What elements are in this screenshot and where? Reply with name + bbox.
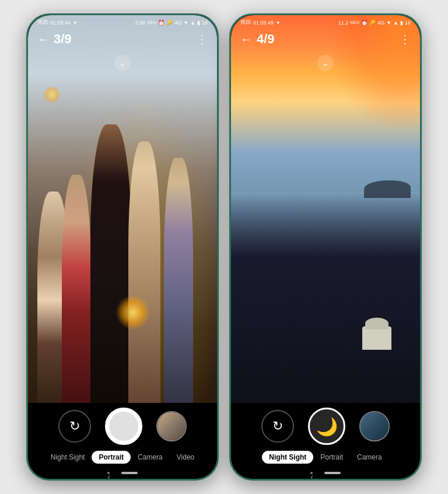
dropdown-chevron-2[interactable]: ⌄: [317, 55, 334, 71]
chevron-down-icon-2: ⌄: [322, 58, 329, 68]
phone-1: 周四 01:05:44 ✦ 3.86 KB/S ⏰ 🔑 4G ▼ ▲ ▮ 16: [26, 13, 219, 481]
phone-1-bottom-controls: ↻ Night Sight Portrait Camera Video: [28, 403, 217, 479]
night-sight-shutter-button[interactable]: 🌙: [308, 408, 345, 445]
mode-buttons-2: ↻ 🌙: [261, 408, 390, 445]
top-bar-left: ← 3/9: [37, 32, 72, 47]
nav-back[interactable]: ‹: [107, 472, 110, 474]
gallery-thumbnail-button[interactable]: [156, 411, 187, 441]
flip-icon-2: ↻: [272, 419, 283, 434]
page-counter: 3/9: [54, 32, 72, 47]
moon-icon: 🌙: [316, 416, 338, 437]
photo-1-image: [28, 15, 217, 409]
gallery-thumbnail-button-2[interactable]: [359, 411, 390, 441]
mode-labels-1: Night Sight Portrait Camera Video: [28, 451, 217, 464]
photo-2-area: [231, 15, 420, 409]
phone-1-top-bar: ← 3/9 ⋮: [28, 15, 217, 51]
phone-2-bottom-controls: ↻ 🌙 Night Sight Portrait Camera: [231, 403, 420, 479]
white-building: [362, 326, 391, 350]
mode-video[interactable]: Video: [170, 451, 201, 464]
more-menu-button-2[interactable]: ⋮: [399, 32, 411, 46]
phone-2-top-bar: ← 4/9 ⋮: [231, 15, 420, 51]
mode-night-sight[interactable]: Night Sight: [44, 451, 92, 464]
mode-portrait-2[interactable]: Portrait: [313, 451, 350, 464]
back-button[interactable]: ←: [37, 33, 49, 46]
top-bar-left-2: ← 4/9: [240, 32, 275, 47]
nav-home-2[interactable]: [324, 472, 341, 474]
gallery-thumbnail-image-2: [360, 412, 388, 440]
dropdown-chevron-1[interactable]: ⌄: [114, 55, 131, 71]
page-counter-2: 4/9: [257, 32, 275, 47]
person-3-center: [90, 124, 131, 409]
mode-portrait[interactable]: Portrait: [92, 451, 131, 464]
nav-bar-2: ‹: [310, 472, 341, 474]
nav-back-2[interactable]: ‹: [310, 472, 313, 474]
flip-camera-button[interactable]: ↻: [58, 410, 91, 443]
santorini-buildings: [231, 192, 420, 409]
phones-container: 周四 01:05:44 ✦ 3.86 KB/S ⏰ 🔑 4G ▼ ▲ ▮ 16: [15, 2, 433, 492]
mode-night-sight-2[interactable]: Night Sight: [262, 451, 313, 464]
shutter-button[interactable]: [105, 408, 142, 445]
person-2: [62, 175, 91, 409]
chevron-down-icon: ⌄: [119, 58, 126, 68]
phone-2: 周四 01:05:49 ✦ 11.2 KB/S ⏰ 🔑 4G ▼ ▲ ▮ 16: [229, 13, 422, 481]
nav-bar-1: ‹: [107, 472, 138, 474]
photo-2-image: [231, 15, 420, 409]
phone-1-screen: 周四 01:05:44 ✦ 3.86 KB/S ⏰ 🔑 4G ▼ ▲ ▮ 16: [28, 15, 217, 479]
nav-home[interactable]: [121, 472, 138, 474]
mode-camera[interactable]: Camera: [131, 451, 170, 464]
person-5: [164, 158, 193, 409]
more-menu-button[interactable]: ⋮: [196, 32, 208, 46]
gallery-thumbnail-image: [158, 412, 186, 440]
photo-1-area: [28, 15, 217, 409]
people-group: [28, 74, 217, 409]
phone-2-screen: 周四 01:05:49 ✦ 11.2 KB/S ⏰ 🔑 4G ▼ ▲ ▮ 16: [231, 15, 420, 479]
flip-icon: ↻: [69, 419, 80, 434]
mode-buttons-1: ↻: [58, 408, 187, 445]
shutter-inner: [109, 412, 138, 441]
mode-labels-2: Night Sight Portrait Camera: [231, 451, 420, 464]
mode-camera-2[interactable]: Camera: [350, 451, 389, 464]
person-4: [128, 141, 160, 409]
back-button-2[interactable]: ←: [240, 33, 252, 46]
flip-camera-button-2[interactable]: ↻: [261, 410, 294, 443]
sparkle-1: [116, 295, 150, 330]
